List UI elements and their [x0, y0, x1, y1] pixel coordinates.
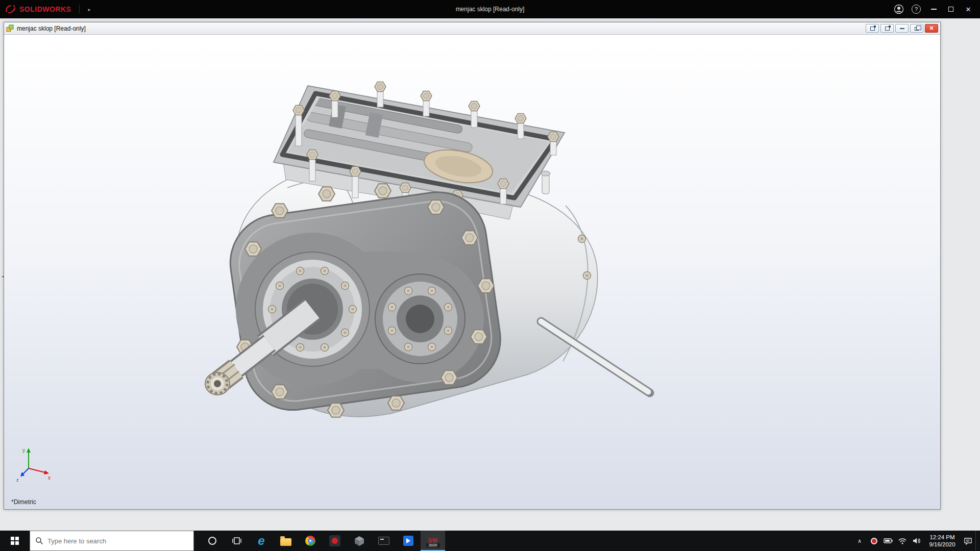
countershaft-bore[interactable] [375, 274, 465, 364]
volume-button[interactable] [910, 531, 923, 551]
tray-app-button[interactable] [867, 531, 880, 551]
restore-icon [915, 27, 919, 31]
y-axis-label: y [22, 447, 25, 453]
app-titlebar: SOLIDWORKS ▸ menjac sklop [Read-only] ? … [0, 0, 980, 18]
solidworks-logo-icon [5, 4, 16, 14]
app-title: menjac sklop [Read-only] [0, 6, 980, 13]
minimize-icon [931, 9, 937, 10]
view-orientation-label: *Dimetric [11, 498, 36, 506]
taskbar-search[interactable] [30, 531, 194, 551]
document-title: menjac sklop [Read-only] [17, 25, 86, 32]
orientation-triad[interactable]: y x z [15, 446, 53, 487]
windows-logo-icon [11, 537, 19, 545]
taskbar-edge-button[interactable]: e [249, 531, 274, 551]
start-button[interactable] [0, 531, 30, 551]
battery-button[interactable] [881, 531, 895, 551]
clock-time: 12:24 PM [926, 534, 958, 541]
solidworks-logo: SOLIDWORKS ▸ [0, 4, 90, 14]
show-desktop-button[interactable] [975, 531, 978, 551]
taskbar-solidworks-button[interactable]: SW 2020 [421, 531, 445, 551]
action-center-button[interactable] [961, 531, 974, 551]
tile-windows-button[interactable] [880, 24, 894, 33]
user-avatar-icon [894, 4, 904, 14]
windows-taskbar: e SW 2020 ∧ [0, 531, 980, 551]
z-axis-label: z [16, 478, 19, 483]
taskbar-file-explorer-button[interactable] [274, 531, 298, 551]
wifi-icon [898, 538, 906, 544]
assembly-document-icon [6, 24, 14, 32]
taskbar-app-red-button[interactable] [323, 531, 347, 551]
document-window: menjac sklop [Read-only] ✕ [4, 22, 941, 510]
account-button[interactable] [890, 0, 908, 18]
maximize-icon [948, 7, 953, 12]
new-window-icon [870, 27, 875, 31]
taskbar-terminal-button[interactable] [372, 531, 396, 551]
action-center-icon [964, 537, 972, 545]
taskbar-chrome-button[interactable] [298, 531, 323, 551]
taskbar-cube-app-button[interactable] [347, 531, 372, 551]
edge-icon: e [258, 535, 264, 546]
gearbox-3d-model[interactable] [4, 35, 940, 509]
taskbar-cortana-button[interactable] [200, 531, 225, 551]
task-view-icon [232, 536, 242, 546]
y-axis-arrow [27, 448, 31, 453]
taskbar-task-view-button[interactable] [225, 531, 249, 551]
document-titlebar[interactable]: menjac sklop [Read-only] ✕ [4, 22, 940, 35]
x-axis-label: x [48, 475, 51, 481]
help-icon: ? [912, 5, 921, 14]
media-app-icon [403, 536, 413, 546]
tile-windows-icon [885, 27, 890, 31]
taskbar-media-app-button[interactable] [396, 531, 421, 551]
doc-minimize-button[interactable] [895, 24, 909, 33]
help-button[interactable]: ? [908, 0, 925, 18]
network-button[interactable] [896, 531, 909, 551]
doc-restore-button[interactable] [910, 24, 923, 33]
speaker-icon [913, 537, 921, 544]
terminal-icon [378, 537, 389, 545]
app-maximize-button[interactable] [942, 0, 960, 18]
workspace: ◂ menjac sklop [Read-only] ✕ [0, 18, 980, 531]
minimize-icon [900, 28, 904, 29]
divider [79, 5, 80, 14]
app-close-button[interactable]: ✕ [960, 0, 977, 18]
solidworks-app-icon: SW 2020 [426, 534, 440, 547]
doc-close-button[interactable]: ✕ [925, 24, 938, 33]
taskbar-clock[interactable]: 12:24 PM 9/16/2020 [924, 534, 960, 548]
cube-app-icon [354, 535, 365, 546]
tray-red-icon [871, 538, 877, 544]
x-axis-arrow [44, 470, 49, 474]
system-tray: ∧ 12:24 PM 9/16/2020 [853, 531, 980, 551]
file-explorer-icon [280, 538, 291, 546]
chrome-icon [305, 536, 315, 546]
battery-icon [884, 538, 893, 544]
app-minimize-button[interactable] [925, 0, 942, 18]
screen: { "app": { "brand": "SOLIDWORKS", "title… [0, 0, 980, 551]
new-window-button[interactable] [866, 24, 879, 33]
red-app-icon [329, 535, 340, 546]
cortana-icon [208, 537, 216, 545]
menu-expand-arrow-icon[interactable]: ▸ [88, 7, 90, 12]
clock-date: 9/16/2020 [926, 541, 958, 548]
graphics-viewport[interactable]: y x z *Dimetric [4, 35, 940, 509]
brand-name: SOLIDWORKS [19, 5, 71, 13]
search-input[interactable] [47, 537, 175, 545]
solidworks-year-badge: 2020 [426, 543, 440, 547]
tray-chevron-up-icon[interactable]: ∧ [853, 531, 866, 551]
search-icon [35, 537, 43, 545]
